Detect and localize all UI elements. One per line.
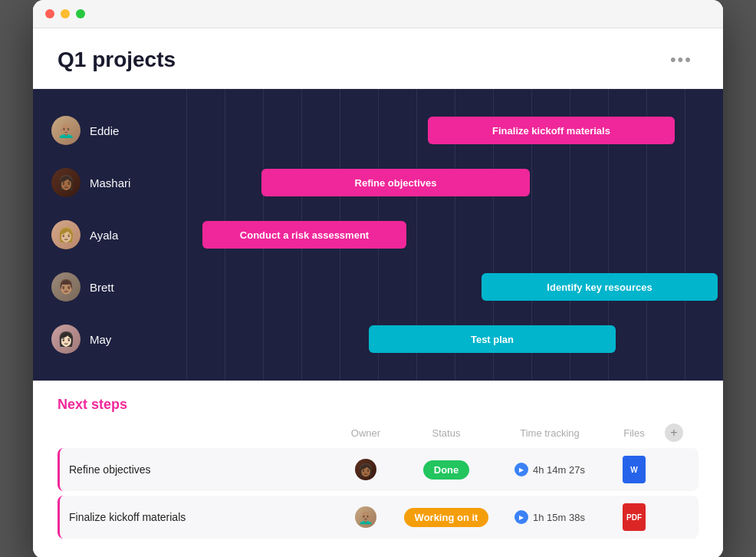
status-badge-done[interactable]: Done bbox=[423, 460, 470, 480]
table-header: Owner Status Time tracking Files + bbox=[58, 424, 698, 448]
avatar-may: 👩🏻 bbox=[51, 325, 81, 354]
gantt-row-brett: 👨🏽 Brett Identify key resources bbox=[33, 261, 723, 313]
task-name-finalize: Finalize kickoff materials bbox=[69, 510, 335, 524]
titlebar bbox=[33, 0, 723, 28]
next-steps-header: Next steps bbox=[58, 397, 698, 413]
owner-refine: 👩🏾 bbox=[335, 459, 396, 480]
time-col-finalize: ▶ 1h 15m 38s bbox=[496, 510, 603, 524]
owner-avatar-finalize: 👨🏽‍🦲 bbox=[355, 506, 376, 528]
person-name-eddie: Eddie bbox=[90, 124, 119, 137]
gantt-row-eddie: 👨🏽‍🦲 Eddie Finalize kickoff materials bbox=[33, 104, 723, 157]
col-header-time: Time tracking bbox=[496, 427, 603, 439]
gantt-bar-area-mashari: Refine objectives bbox=[186, 157, 723, 209]
task-row-refine-objectives: Refine objectives 👩🏾 Done ▶ 4h 14m 27s W bbox=[58, 448, 698, 491]
gantt-bar-may[interactable]: Test plan bbox=[369, 325, 616, 353]
gantt-row-mashari: 👩🏾 Mashari Refine objectives bbox=[33, 157, 723, 209]
status-col-finalize: Working on it bbox=[396, 508, 496, 527]
file-icon-pdf[interactable]: PDF bbox=[623, 503, 646, 531]
files-col-refine: W bbox=[603, 456, 665, 483]
file-icon-word[interactable]: W bbox=[623, 456, 646, 483]
person-name-brett: Brett bbox=[90, 281, 114, 294]
task-name-refine: Refine objectives bbox=[69, 463, 335, 476]
person-info-brett: 👨🏽 Brett bbox=[33, 272, 186, 302]
page-header: Q1 projects ••• bbox=[33, 28, 723, 89]
task-row-finalize: Finalize kickoff materials 👨🏽‍🦲 Working … bbox=[58, 496, 698, 539]
owner-finalize: 👨🏽‍🦲 bbox=[335, 506, 396, 528]
col-header-files: Files bbox=[603, 427, 665, 439]
time-tracking-refine: ▶ 4h 14m 27s bbox=[496, 463, 603, 476]
avatar-mashari: 👩🏾 bbox=[51, 168, 81, 197]
more-options-button[interactable]: ••• bbox=[664, 47, 698, 73]
col-header-status: Status bbox=[396, 427, 496, 439]
person-name-ayala: Ayala bbox=[90, 229, 118, 242]
minimize-dot[interactable] bbox=[61, 9, 70, 18]
gantt-chart: 👨🏽‍🦲 Eddie Finalize kickoff materials 👩🏾 bbox=[33, 89, 723, 381]
gantt-row-may: 👩🏻 May Test plan bbox=[33, 313, 723, 365]
time-col-refine: ▶ 4h 14m 27s bbox=[496, 463, 603, 476]
col-header-owner: Owner bbox=[335, 427, 396, 439]
page-title: Q1 projects bbox=[58, 48, 176, 72]
person-info-eddie: 👨🏽‍🦲 Eddie bbox=[33, 116, 186, 145]
avatar-ayala: 👩🏼 bbox=[51, 220, 81, 249]
status-badge-working[interactable]: Working on it bbox=[404, 508, 489, 527]
add-column-button[interactable]: + bbox=[665, 424, 683, 442]
person-info-ayala: 👩🏼 Ayala bbox=[33, 220, 186, 249]
maximize-dot[interactable] bbox=[76, 9, 85, 18]
gantt-row-ayala: 👩🏼 Ayala Conduct a risk assessment bbox=[33, 209, 723, 261]
next-steps-panel: Next steps Owner Status Time tracking Fi… bbox=[33, 381, 723, 557]
avatar-brett: 👨🏽 bbox=[51, 272, 81, 302]
person-name-may: May bbox=[90, 333, 111, 346]
play-icon-finalize[interactable]: ▶ bbox=[514, 510, 528, 524]
gantt-bar-area-ayala: Conduct a risk assessment bbox=[186, 209, 723, 261]
status-col-refine: Done bbox=[396, 460, 496, 480]
col-header-add: + bbox=[665, 424, 689, 442]
person-info-may: 👩🏻 May bbox=[33, 325, 186, 354]
next-steps-title: Next steps bbox=[58, 397, 698, 413]
person-info-mashari: 👩🏾 Mashari bbox=[33, 168, 186, 197]
gantt-bar-area-may: Test plan bbox=[186, 313, 723, 365]
gantt-bar-brett[interactable]: Identify key resources bbox=[482, 273, 718, 301]
person-name-mashari: Mashari bbox=[90, 176, 130, 190]
gantt-rows: 👨🏽‍🦲 Eddie Finalize kickoff materials 👩🏾 bbox=[33, 104, 723, 365]
gantt-bar-eddie[interactable]: Finalize kickoff materials bbox=[428, 117, 675, 144]
files-col-finalize: PDF bbox=[603, 503, 665, 531]
close-dot[interactable] bbox=[45, 9, 54, 18]
avatar-eddie: 👨🏽‍🦲 bbox=[51, 116, 81, 145]
play-icon-refine[interactable]: ▶ bbox=[514, 463, 528, 476]
gantt-bar-ayala[interactable]: Conduct a risk assessment bbox=[202, 221, 406, 249]
gantt-bar-area-eddie: Finalize kickoff materials bbox=[186, 104, 723, 157]
gantt-bar-mashari[interactable]: Refine objectives bbox=[261, 169, 530, 196]
time-tracking-finalize: ▶ 1h 15m 38s bbox=[496, 510, 603, 524]
owner-avatar-refine: 👩🏾 bbox=[355, 459, 376, 480]
gantt-bar-area-brett: Identify key resources bbox=[186, 261, 723, 313]
app-window: Q1 projects ••• 👨🏽‍🦲 bbox=[33, 0, 723, 557]
